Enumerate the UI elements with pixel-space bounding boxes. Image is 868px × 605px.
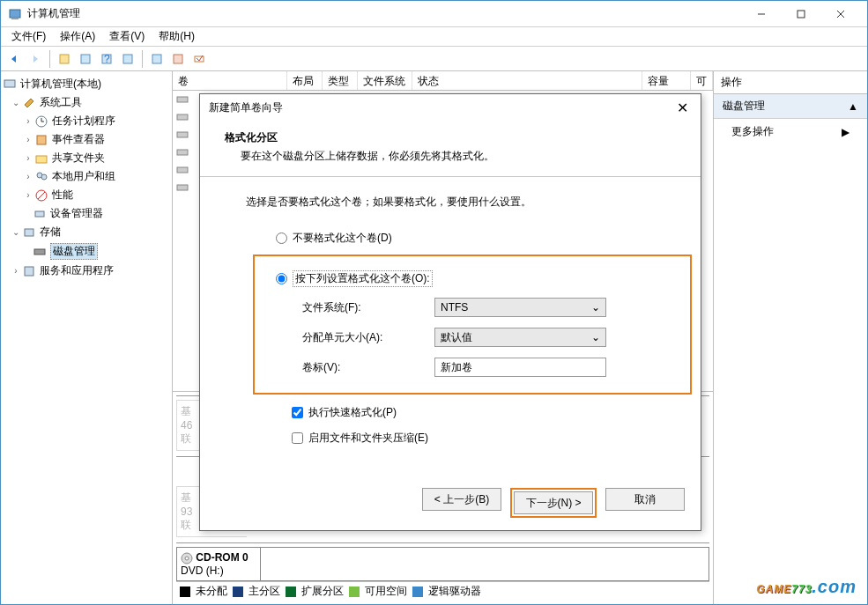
toolbar-icon[interactable]: [55, 49, 74, 69]
actions-disk-management[interactable]: 磁盘管理 ▲: [714, 94, 867, 119]
tree-system-tools[interactable]: ⌄ 系统工具: [3, 93, 170, 112]
toolbar-icon[interactable]: [76, 49, 95, 69]
back-button[interactable]: [4, 49, 24, 69]
tree-task-scheduler[interactable]: › 任务计划程序: [3, 112, 170, 130]
tree-device-manager[interactable]: 设备管理器: [3, 204, 170, 223]
svg-rect-25: [25, 229, 33, 236]
tree-label: 本地用户和组: [52, 169, 115, 184]
minimize-button[interactable]: [741, 1, 781, 27]
svg-rect-32: [177, 167, 188, 173]
menu-help[interactable]: 帮助(H): [152, 27, 202, 46]
checkbox-input[interactable]: [292, 407, 303, 418]
menu-action[interactable]: 操作(A): [53, 27, 102, 46]
wizard-subheading: 要在这个磁盘分区上储存数据，你必须先将其格式化。: [225, 149, 683, 164]
svg-rect-6: [60, 55, 69, 63]
wizard-header: 格式化分区 要在这个磁盘分区上储存数据，你必须先将其格式化。: [200, 122, 701, 177]
users-icon: [34, 170, 48, 184]
cdrom-icon: [181, 552, 193, 564]
arrow-right-icon: ▶: [842, 126, 849, 138]
computer-icon: [3, 77, 17, 92]
maximize-button[interactable]: [781, 1, 820, 27]
row-filesystem: 文件系统(F): NTFS ⌄: [302, 298, 681, 317]
svg-rect-29: [177, 114, 188, 120]
volume-label-label: 卷标(V):: [302, 360, 434, 375]
tree-services-apps[interactable]: › 服务和应用程序: [3, 262, 170, 280]
cancel-button[interactable]: 取消: [605, 488, 685, 511]
wizard-close-button[interactable]: ✕: [673, 100, 692, 116]
forward-button[interactable]: [26, 49, 45, 69]
tree-root[interactable]: 计算机管理(本地): [3, 75, 170, 93]
col-free[interactable]: 可: [691, 71, 713, 90]
tree-label: 共享文件夹: [52, 151, 105, 166]
svg-rect-30: [177, 132, 188, 137]
wizard-title-text: 新建简单卷向导: [209, 100, 673, 115]
radio-input[interactable]: [276, 232, 287, 244]
collapse-icon: ▲: [848, 100, 858, 113]
tree-label: 计算机管理(本地): [20, 77, 101, 92]
sidebar-tree: 计算机管理(本地) ⌄ 系统工具 › 任务计划程序 › 事件查看器 › 共享文件…: [1, 71, 173, 604]
tree-event-viewer[interactable]: › 事件查看器: [3, 130, 170, 149]
menu-view[interactable]: 查看(V): [102, 27, 152, 46]
col-layout[interactable]: 布局: [287, 71, 323, 90]
col-status[interactable]: 状态: [412, 71, 642, 90]
toolbar-icon[interactable]: [168, 49, 188, 69]
expander-icon[interactable]: ⌄: [10, 98, 22, 107]
tree-shared-folders[interactable]: › 共享文件夹: [3, 149, 170, 167]
svg-rect-12: [174, 55, 182, 63]
tree-performance[interactable]: › 性能: [3, 186, 170, 204]
window-title: 计算机管理: [27, 6, 741, 21]
radio-input[interactable]: [276, 273, 287, 284]
svg-rect-0: [10, 10, 20, 18]
tree-label: 服务和应用程序: [40, 263, 114, 278]
tree-label: 事件查看器: [52, 132, 105, 147]
col-type[interactable]: 类型: [323, 71, 358, 90]
checkbox-compression[interactable]: 启用文件和文件夹压缩(E): [292, 431, 665, 446]
radio-format[interactable]: 按下列设置格式化这个卷(O):: [276, 270, 681, 287]
menubar: 文件(F) 操作(A) 查看(V) 帮助(H): [1, 27, 867, 47]
checkbox-input[interactable]: [292, 432, 303, 444]
help-icon[interactable]: ?: [97, 49, 116, 69]
cdrom-drive: DVD (H:): [181, 564, 224, 577]
svg-rect-10: [123, 55, 132, 63]
expander-icon[interactable]: ›: [22, 116, 34, 126]
next-button[interactable]: 下一步(N) >: [514, 491, 593, 514]
svg-rect-26: [34, 249, 45, 255]
tree-local-users[interactable]: › 本地用户和组: [3, 167, 170, 186]
back-button[interactable]: < 上一步(B): [422, 488, 501, 511]
tree-storage[interactable]: ⌄ 存储: [3, 223, 170, 241]
close-button[interactable]: [820, 1, 860, 27]
svg-rect-19: [36, 156, 47, 163]
tree-label: 系统工具: [40, 95, 82, 110]
checkbox-quick-format[interactable]: 执行快速格式化(P): [292, 405, 665, 420]
clock-icon: [34, 114, 48, 129]
filesystem-select[interactable]: NTFS ⌄: [434, 298, 606, 317]
svg-rect-7: [81, 55, 90, 63]
toolbar-divider: [49, 50, 50, 68]
toolbar-icon[interactable]: [189, 49, 209, 69]
tree-disk-management[interactable]: 磁盘管理: [3, 241, 170, 262]
app-icon: [8, 7, 22, 21]
actions-more[interactable]: 更多操作 ▶: [714, 119, 867, 144]
filesystem-label: 文件系统(F):: [302, 300, 434, 315]
wizard-body: 选择是否要格式化这个卷；如果要格式化，要使用什么设置。 不要格式化这个卷(D) …: [200, 177, 701, 476]
toolbar-icon[interactable]: [147, 49, 167, 69]
menu-file[interactable]: 文件(F): [4, 27, 53, 46]
col-filesystem[interactable]: 文件系统: [358, 71, 412, 90]
volume-label-input[interactable]: 新加卷: [434, 358, 606, 377]
no-entry-icon: [34, 188, 48, 203]
allocation-select[interactable]: 默认值 ⌄: [434, 328, 606, 347]
toolbar: ?: [1, 47, 867, 71]
actions-header: 操作: [714, 71, 867, 94]
cdrom-block[interactable]: CD-ROM 0 DVD (H:): [176, 547, 709, 581]
chevron-down-icon: ⌄: [591, 301, 600, 314]
toolbar-icon[interactable]: [118, 49, 137, 69]
radio-no-format[interactable]: 不要格式化这个卷(D): [276, 231, 665, 246]
disk-icon: [33, 245, 47, 259]
col-capacity[interactable]: 容量: [642, 71, 691, 90]
actions-pane: 操作 磁盘管理 ▲ 更多操作 ▶: [713, 71, 867, 604]
watermark: GAME773.com: [756, 569, 857, 599]
svg-rect-3: [798, 11, 805, 18]
svg-rect-11: [152, 55, 161, 63]
toolbar-divider: [142, 50, 143, 68]
col-volume[interactable]: 卷: [173, 71, 287, 90]
